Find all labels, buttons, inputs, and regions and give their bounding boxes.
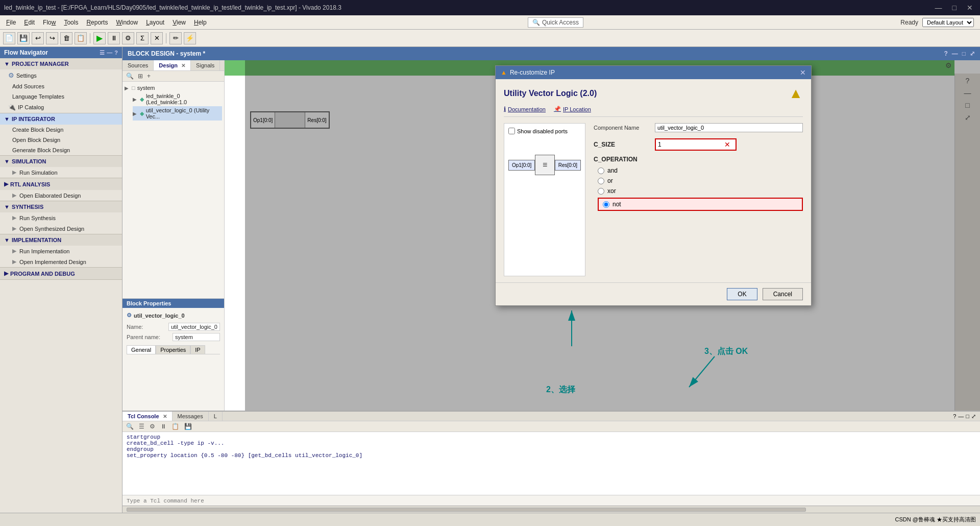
dialog-documentation-link[interactable]: ℹ Documentation (504, 106, 546, 112)
bp-tab-properties[interactable]: Properties (156, 345, 190, 354)
console-clear-icon[interactable]: ☰ (137, 422, 146, 431)
console-save-icon[interactable]: 💾 (183, 422, 193, 431)
save-button[interactable]: 💾 (17, 32, 30, 44)
window-controls[interactable]: — □ ✕ (932, 3, 976, 13)
edit-button[interactable]: ✏ (169, 32, 182, 44)
tcl-console-tab-close[interactable]: ✕ (163, 414, 167, 419)
nav-open-block-design[interactable]: Open Block Design (0, 135, 122, 145)
run-button[interactable]: ▶ (93, 32, 106, 44)
nav-pin-icon[interactable]: ☰ (100, 50, 105, 56)
console-pause-icon[interactable]: ⏸ (159, 422, 168, 431)
dialog-cancel-button[interactable]: Cancel (763, 288, 803, 300)
menu-file[interactable]: File (2, 17, 20, 28)
layout-selector[interactable]: Default Layout (922, 18, 974, 27)
c-size-clear-icon[interactable]: ✕ (724, 140, 730, 149)
radio-xor[interactable] (598, 188, 604, 195)
bd-expand-icon[interactable]: ⤢ (970, 50, 975, 57)
tab-sources[interactable]: Sources (122, 60, 154, 70)
new-button[interactable]: 📄 (3, 32, 15, 44)
menu-view[interactable]: View (168, 17, 190, 28)
bd-restore-icon[interactable]: □ (962, 50, 966, 57)
show-disabled-ports-label[interactable]: Show disabled ports (517, 128, 568, 134)
console-tab-tcl[interactable]: Tcl Console ✕ (122, 412, 173, 421)
copy-button[interactable]: 📋 (75, 32, 87, 44)
menu-reports[interactable]: Reports (82, 17, 112, 28)
nav-help-icon[interactable]: ? (114, 50, 118, 56)
debug-button[interactable]: ✕ (151, 32, 163, 44)
settings-button[interactable]: ⚙ (122, 32, 134, 44)
nav-create-block-design[interactable]: Create Block Design (0, 125, 122, 135)
close-button[interactable]: ✕ (964, 3, 976, 13)
nav-ip-catalog[interactable]: 🔌 IP Catalog (0, 102, 122, 113)
dialog-ip-location-link[interactable]: 📌 IP Location (554, 106, 591, 112)
tree-item-util-vector[interactable]: ▶ ◆ util_vector_logic_0 (Utility Vec... (133, 106, 222, 121)
nav-language-templates[interactable]: Language Templates (0, 91, 122, 102)
nav-add-sources[interactable]: Add Sources (0, 81, 122, 91)
radio-or[interactable] (598, 178, 604, 184)
radio-and-label[interactable]: and (607, 167, 618, 174)
menu-window[interactable]: Window (112, 17, 142, 28)
bd-help-icon[interactable]: ? (944, 50, 947, 57)
nav-run-synthesis[interactable]: ▶ Run Synthesis (0, 212, 122, 223)
nav-run-simulation[interactable]: ▶ Run Simulation (0, 167, 122, 178)
bp-tab-ip[interactable]: IP (190, 345, 205, 354)
section-ip-integrator-header[interactable]: ▼ IP INTEGRATOR (0, 113, 122, 125)
section-rtl-header[interactable]: ▶ RTL ANALYSIS (0, 178, 122, 190)
console-input[interactable] (127, 498, 976, 504)
section-synthesis-header[interactable]: ▼ SYNTHESIS (0, 201, 122, 212)
dialog-close-button[interactable]: ✕ (800, 68, 806, 77)
console-search-icon[interactable]: 🔍 (125, 422, 135, 431)
radio-xor-label[interactable]: xor (607, 187, 616, 195)
add-ip-icon[interactable]: + (145, 72, 152, 80)
bp-tab-general[interactable]: General (127, 345, 156, 354)
tree-item-led-twinkle[interactable]: ▶ ◆ led_twinkle_0 (Led_twinkle:1.0 (133, 92, 222, 106)
nav-open-synthesized[interactable]: ▶ Open Synthesized Design (0, 223, 122, 234)
console-filter-icon[interactable]: ⚙ (148, 422, 157, 431)
radio-or-label[interactable]: or (607, 177, 613, 184)
tab-design-close[interactable]: ✕ (181, 63, 185, 68)
console-restore-icon[interactable]: □ (966, 413, 969, 419)
quick-access-box[interactable]: 🔍 Quick Access (528, 17, 583, 28)
console-scrollbar-h[interactable] (122, 506, 980, 513)
menu-layout[interactable]: Layout (142, 17, 168, 28)
console-expand-icon[interactable]: ⤢ (971, 413, 976, 420)
expand-all-icon[interactable]: ⊞ (136, 72, 144, 80)
console-copy-icon[interactable]: 📋 (170, 422, 181, 431)
console-tab-messages[interactable]: Messages (173, 412, 209, 421)
dialog-ok-button[interactable]: OK (727, 288, 757, 300)
console-minimize-icon[interactable]: — (958, 413, 964, 419)
nav-run-implementation[interactable]: ▶ Run Implementation (0, 246, 122, 256)
menu-edit[interactable]: Edit (20, 17, 39, 28)
tree-root[interactable]: ▶ □ system (125, 84, 222, 92)
search-panel-icon[interactable]: 🔍 (125, 72, 135, 80)
nav-open-implemented[interactable]: ▶ Open Implemented Design (0, 256, 122, 267)
tab-design[interactable]: Design ✕ (154, 60, 191, 70)
minimize-button[interactable]: — (932, 3, 945, 13)
radio-not-label[interactable]: not (612, 201, 621, 208)
menu-tools[interactable]: Tools (60, 17, 82, 28)
report-button[interactable]: Σ (136, 32, 149, 44)
component-name-input[interactable] (655, 123, 803, 132)
section-simulation-header[interactable]: ▼ SIMULATION (0, 156, 122, 167)
step-button[interactable]: ⏸ (108, 32, 120, 44)
console-scrollbar-thumb[interactable] (127, 508, 806, 512)
nav-minimize-icon[interactable]: — (107, 50, 112, 56)
bd-minimize-icon[interactable]: — (952, 50, 958, 57)
nav-generate-block-design[interactable]: Generate Block Design (0, 145, 122, 155)
section-impl-header[interactable]: ▼ IMPLEMENTATION (0, 234, 122, 246)
section-prog-debug-header[interactable]: ▶ PROGRAM AND DEBUG (0, 268, 122, 279)
section-project-manager-header[interactable]: ▼ PROJECT MANAGER (0, 58, 122, 69)
delete-button[interactable]: 🗑 (60, 32, 72, 44)
tab-signals[interactable]: Signals (191, 60, 220, 70)
nav-open-elaborated[interactable]: ▶ Open Elaborated Design (0, 190, 122, 201)
redo-button[interactable]: ↪ (46, 32, 58, 44)
radio-row-not-selected[interactable]: not (598, 198, 803, 211)
show-disabled-ports-checkbox[interactable] (508, 128, 515, 134)
console-tab-l[interactable]: L (209, 412, 223, 421)
menu-help[interactable]: Help (190, 17, 211, 28)
nav-settings[interactable]: ⚙ Settings (0, 69, 122, 81)
radio-not[interactable] (603, 201, 609, 208)
radio-and[interactable] (598, 168, 604, 174)
menu-flow[interactable]: Flow (39, 17, 60, 28)
flash-button[interactable]: ⚡ (184, 32, 196, 44)
